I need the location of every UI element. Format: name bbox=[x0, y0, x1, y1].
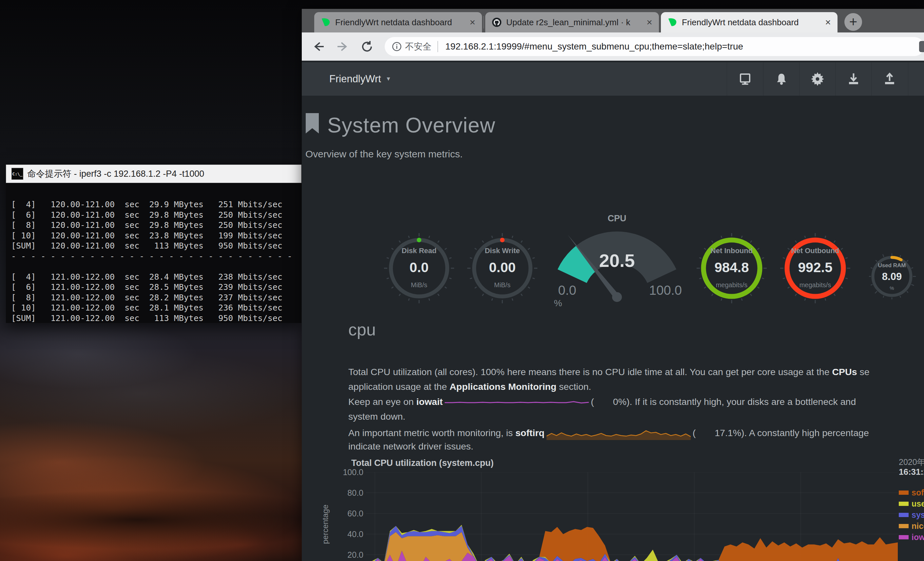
gauge-value: 984.8 bbox=[696, 260, 768, 275]
legend-item[interactable]: softirq bbox=[899, 487, 924, 498]
tab-close-icon[interactable]: × bbox=[644, 17, 655, 28]
iowait-sparkline bbox=[445, 397, 589, 407]
gauge-unit: % bbox=[554, 298, 562, 308]
alarms-button[interactable] bbox=[764, 62, 800, 96]
print-view-button[interactable] bbox=[727, 62, 763, 96]
text: system down. bbox=[348, 411, 405, 422]
gauge-value: 8.09 bbox=[867, 271, 916, 283]
extension-icon[interactable] bbox=[919, 41, 924, 52]
gauge-label: Disk Write bbox=[466, 247, 538, 255]
softirq-label: softirq bbox=[515, 427, 544, 438]
gauge-label: Disk Read bbox=[383, 247, 455, 255]
tab-netdata-1[interactable]: FriendlyWrt netdata dashboard × bbox=[314, 12, 482, 33]
export-button[interactable] bbox=[872, 62, 908, 96]
gauge-net-outbound[interactable]: Net Outbound 992.5 megabits/s bbox=[779, 232, 851, 304]
gauge-value: 20.5 bbox=[599, 250, 635, 271]
legend-swatch bbox=[899, 490, 909, 495]
tab-close-icon[interactable]: × bbox=[467, 17, 478, 28]
text: ). A constantly high percentage bbox=[741, 427, 869, 438]
tab-github[interactable]: Update r2s_lean_minimal.yml · k × bbox=[485, 12, 659, 33]
tab-strip: FriendlyWrt netdata dashboard × Update r… bbox=[302, 9, 924, 33]
text: ). If it is constantly high, your disks … bbox=[627, 396, 856, 407]
netdata-favicon-icon bbox=[321, 17, 331, 27]
gauge-disk-write[interactable]: Disk Write 0.00 MiB/s bbox=[466, 232, 538, 304]
text: application usage at the bbox=[348, 381, 450, 392]
text: section. bbox=[556, 381, 591, 392]
gauge-cpu[interactable]: 20.5 0.0 100.0 % bbox=[542, 223, 692, 311]
y-tick: 40.0 bbox=[340, 529, 363, 539]
browser-toolbar: 不安全 192.168.2.1:19999/#menu_system_subme… bbox=[302, 33, 924, 61]
monitor-icon bbox=[738, 72, 752, 86]
legend-swatch bbox=[899, 535, 909, 539]
cpu-description-line: indicate network driver issues. bbox=[348, 441, 924, 456]
reload-button[interactable] bbox=[357, 37, 376, 56]
cpu-description-line: Keep an eye on iowait(0%). If it is cons… bbox=[348, 396, 924, 411]
cpu-description-line: application usage at the Applications Mo… bbox=[348, 381, 924, 396]
host-dropdown[interactable]: FriendlyWrt ▼ bbox=[329, 62, 391, 96]
section-header: System Overview bbox=[305, 113, 495, 137]
text: ( bbox=[591, 396, 594, 407]
host-name: FriendlyWrt bbox=[329, 73, 381, 85]
tab-netdata-2-active[interactable]: FriendlyWrt netdata dashboard × bbox=[661, 12, 837, 33]
netdata-favicon-icon bbox=[668, 17, 677, 27]
forward-button[interactable] bbox=[333, 37, 352, 56]
gauge-value: 0.0 bbox=[383, 260, 455, 275]
back-button[interactable] bbox=[309, 37, 328, 56]
cmd-icon: C:\_ bbox=[12, 168, 23, 180]
legend-label: system bbox=[912, 510, 924, 520]
settings-button[interactable] bbox=[800, 62, 836, 96]
text: Keep an eye on bbox=[348, 396, 417, 407]
cpu-description-line: An important metric worth monitoring, is… bbox=[348, 426, 924, 441]
y-tick: 60.0 bbox=[340, 509, 363, 518]
security-chip[interactable]: 不安全 bbox=[385, 37, 437, 56]
legend-label: iowait bbox=[912, 532, 924, 542]
address-bar[interactable]: 不安全 192.168.2.1:19999/#menu_system_subme… bbox=[385, 37, 924, 56]
text: se bbox=[857, 367, 869, 377]
gauge-unit: % bbox=[867, 285, 916, 291]
gauge-label: Net Outbound bbox=[779, 247, 851, 255]
info-icon bbox=[392, 42, 402, 51]
legend-swatch bbox=[899, 513, 909, 517]
text: Total CPU utilization (all cores). 100% … bbox=[348, 367, 832, 377]
chart-date: 2020年3 bbox=[899, 457, 924, 468]
terminal-titlebar[interactable]: C:\_ 命令提示符 - iperf3 -c 192.168.1.2 -P4 -… bbox=[6, 165, 302, 183]
netdata-page: FriendlyWrt ▼ bbox=[302, 61, 924, 561]
cpu-description-line: system down. bbox=[348, 411, 924, 426]
text: An important metric worth monitoring, is bbox=[348, 427, 515, 438]
terminal-window: C:\_ 命令提示符 - iperf3 -c 192.168.1.2 -P4 -… bbox=[6, 165, 302, 323]
cpus-link[interactable]: CPUs bbox=[832, 367, 857, 377]
y-tick: 20.0 bbox=[340, 550, 363, 560]
tab-separator bbox=[483, 16, 484, 29]
gauge-used-ram[interactable]: Used RAM 8.09 % bbox=[867, 252, 916, 301]
cpu-utilization-chart[interactable] bbox=[366, 472, 898, 561]
terminal-output[interactable]: [ 4] 120.00-121.00 sec 29.9 MBytes 251 M… bbox=[6, 183, 302, 323]
legend-item[interactable]: iowait bbox=[899, 531, 924, 543]
legend-item[interactable]: system bbox=[899, 509, 924, 520]
y-tick: 80.0 bbox=[340, 488, 363, 498]
gauge-label: Used RAM bbox=[867, 262, 916, 269]
tab-title: Update r2s_lean_minimal.yml · k bbox=[506, 17, 640, 27]
text: indicate network driver issues. bbox=[348, 441, 474, 451]
gauge-unit: megabits/s bbox=[779, 281, 851, 289]
gauge-net-inbound[interactable]: Net Inbound 984.8 megabits/s bbox=[696, 232, 768, 304]
chart-legend[interactable]: softirqusersystemniceiowait bbox=[899, 487, 924, 543]
tab-close-icon[interactable]: × bbox=[822, 17, 834, 28]
upload-icon bbox=[883, 72, 897, 86]
security-label: 不安全 bbox=[405, 41, 432, 53]
legend-item[interactable]: nice bbox=[899, 520, 924, 531]
new-tab-button[interactable]: + bbox=[844, 13, 862, 31]
cpu-description-line: Total CPU utilization (all cores). 100% … bbox=[348, 367, 924, 381]
iowait-value: 0% bbox=[613, 396, 627, 407]
url-text[interactable]: 192.168.2.1:19999/#menu_system_submenu_c… bbox=[445, 41, 743, 52]
gauge-value: 992.5 bbox=[779, 260, 851, 275]
gauge-disk-read[interactable]: Disk Read 0.0 MiB/s bbox=[383, 232, 455, 304]
import-button[interactable] bbox=[836, 62, 872, 96]
gauge-min: 0.0 bbox=[558, 283, 576, 297]
legend-item[interactable]: user bbox=[899, 498, 924, 509]
bookmark-icon bbox=[305, 113, 320, 134]
y-tick: 100.0 bbox=[340, 468, 363, 477]
tab-title: FriendlyWrt netdata dashboard bbox=[682, 17, 819, 27]
applications-monitoring-link[interactable]: Applications Monitoring bbox=[450, 381, 556, 392]
legend-swatch bbox=[899, 524, 909, 528]
gauge-label: Net Inbound bbox=[696, 247, 768, 255]
